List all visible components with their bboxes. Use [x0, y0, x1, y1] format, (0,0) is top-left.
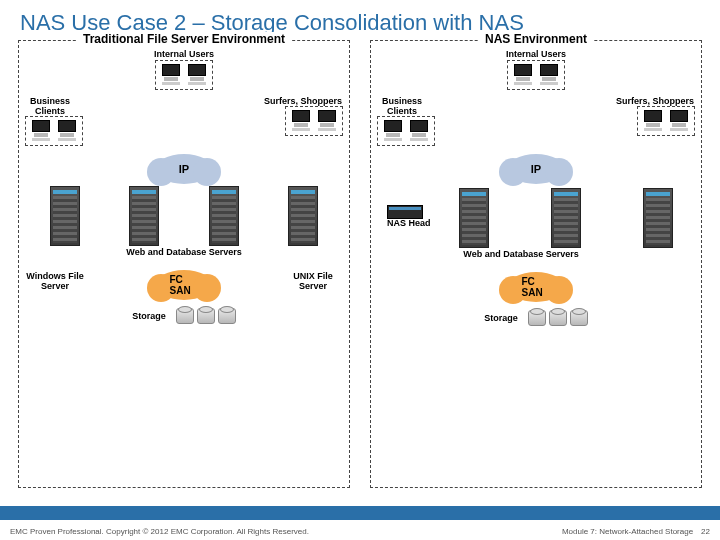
pc-icon	[160, 64, 182, 86]
pc-icon	[512, 64, 534, 86]
nas-head-label: NAS Head	[387, 219, 431, 229]
internal-users-group: Internal Users	[506, 49, 566, 90]
pc-icon	[56, 120, 78, 142]
pc-icon	[316, 110, 338, 132]
traditional-title: Traditional File Server Environment	[77, 32, 291, 46]
internal-users-box	[507, 60, 565, 90]
server-racks-row	[437, 188, 695, 248]
server-rack-icon	[643, 188, 673, 248]
disk-icon	[197, 308, 215, 324]
pc-icon	[538, 64, 560, 86]
server-rack-icon	[50, 186, 80, 246]
business-clients-box	[25, 116, 83, 146]
storage-label: Storage	[484, 313, 518, 323]
footer-bar	[0, 506, 720, 520]
internal-users-group: Internal Users	[154, 49, 214, 90]
traditional-panel: Traditional File Server Environment Inte…	[18, 40, 350, 488]
server-rack-icon	[551, 188, 581, 248]
windows-file-server-label: Windows File Server	[25, 272, 85, 292]
internal-users-label: Internal Users	[506, 49, 566, 59]
footer: EMC Proven Professional. Copyright © 201…	[10, 527, 710, 536]
nas-head-icon	[387, 205, 423, 219]
nas-head-row: NAS Head	[377, 186, 695, 248]
disk-icon	[570, 310, 588, 326]
web-db-servers-label: Web and Database Servers	[25, 248, 343, 258]
internal-users-label: Internal Users	[154, 49, 214, 59]
web-db-servers-label: Web and Database Servers	[377, 250, 665, 260]
disk-group	[528, 310, 588, 326]
nas-panel: NAS Environment Internal Users Business …	[370, 40, 702, 488]
disk-icon	[218, 308, 236, 324]
disk-icon	[528, 310, 546, 326]
ip-label: IP	[531, 163, 541, 175]
disk-group	[176, 308, 236, 324]
surfers-box	[285, 106, 343, 136]
internal-users-box	[155, 60, 213, 90]
storage-row: Storage	[377, 310, 695, 326]
surfers-label: Surfers, Shoppers	[263, 96, 343, 106]
disk-icon	[176, 308, 194, 324]
fc-san-cloud-icon: FC SAN	[155, 270, 213, 300]
unix-file-server-label: UNIX File Server	[283, 272, 343, 292]
surfers-box	[637, 106, 695, 136]
surfers-label: Surfers, Shoppers	[615, 96, 695, 106]
ip-cloud-icon: IP	[507, 154, 565, 184]
server-rack-icon	[129, 186, 159, 246]
footer-copyright: EMC Proven Professional. Copyright © 201…	[10, 527, 309, 536]
nas-title: NAS Environment	[479, 32, 593, 46]
footer-module: Module 7: Network-Attached Storage	[562, 527, 693, 536]
server-racks-row	[25, 186, 343, 246]
pc-icon	[382, 120, 404, 142]
pc-icon	[642, 110, 664, 132]
business-clients-box	[377, 116, 435, 146]
storage-row: Storage	[25, 308, 343, 324]
server-rack-icon	[288, 186, 318, 246]
fc-san-cloud-icon: FC SAN	[507, 272, 565, 302]
panels-container: Traditional File Server Environment Inte…	[0, 40, 720, 488]
disk-icon	[549, 310, 567, 326]
ip-cloud-icon: IP	[155, 154, 213, 184]
pc-icon	[186, 64, 208, 86]
server-rack-icon	[209, 186, 239, 246]
fc-san-label: FC SAN	[170, 274, 199, 296]
pc-icon	[408, 120, 430, 142]
ip-label: IP	[179, 163, 189, 175]
pc-icon	[30, 120, 52, 142]
page-number: 22	[701, 527, 710, 536]
pc-icon	[668, 110, 690, 132]
fc-san-label: FC SAN	[522, 276, 551, 298]
pc-icon	[290, 110, 312, 132]
server-rack-icon	[459, 188, 489, 248]
business-clients-label: Business Clients	[25, 96, 75, 116]
business-clients-label: Business Clients	[377, 96, 427, 116]
storage-label: Storage	[132, 311, 166, 321]
